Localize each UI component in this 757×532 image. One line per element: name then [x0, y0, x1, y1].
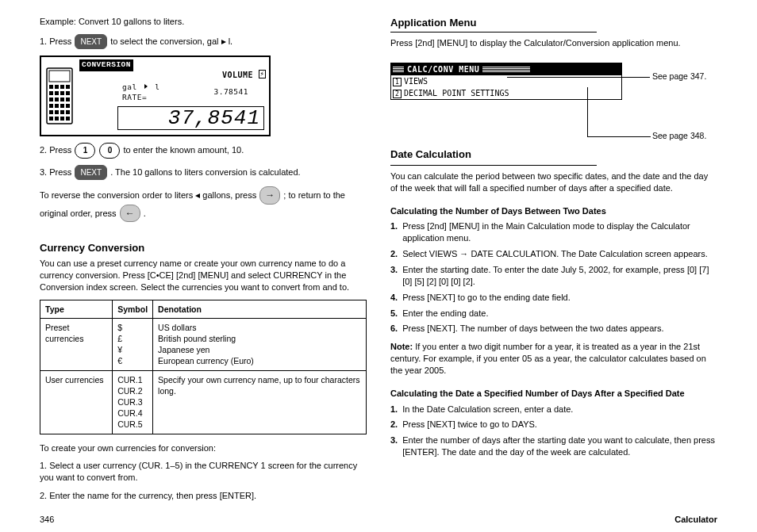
svg-rect-7: [55, 91, 59, 95]
svg-rect-11: [55, 98, 59, 101]
sub-heading: Calculating the Date a Specified Number …: [390, 388, 717, 400]
table-row: Preset currencies: [40, 318, 113, 370]
th-symbol: Symbol: [113, 300, 153, 318]
key-1: 1: [75, 143, 95, 159]
left-column: Example: Convert 10 gallons to liters. 1…: [40, 16, 367, 508]
list-item: Press [NEXT] to go to the ending date fi…: [402, 292, 571, 304]
svg-rect-9: [66, 91, 70, 95]
svg-rect-14: [49, 104, 53, 108]
arrow-left-icon: [195, 193, 200, 198]
note-label: Note:: [390, 342, 415, 351]
example-intro: Example: Convert 10 gallons to liters.: [40, 16, 367, 28]
callout-line: [587, 136, 651, 137]
callout-line: [507, 77, 650, 78]
currency-intro: You can use a preset currency name or cr…: [40, 258, 367, 293]
list-item: Enter the number of days after the start…: [402, 434, 717, 458]
section-title: Calculator: [674, 514, 717, 526]
reverse-note: To reverse the conversion order to liter…: [40, 186, 367, 221]
lcd-screen: CONVERSION VOLUME ⚡ gal l RATE= 3.78541 …: [40, 55, 271, 136]
menu-item-decimal: DECIMAL POINT SETTINGS: [404, 89, 509, 98]
lcd-rate-value: 3.78541: [213, 87, 248, 98]
step-1: 1. Press NEXT to select the conversion, …: [40, 34, 367, 50]
key-left: ←: [120, 205, 140, 222]
list-item: Press [NEXT] twice to go to DAYS.: [402, 419, 537, 431]
arrow-right-icon: [144, 84, 148, 89]
callout-line: [587, 87, 588, 136]
battery-icon: ⚡: [259, 70, 266, 78]
list-item: Press [2nd] [MENU] in the Main Calculati…: [402, 220, 717, 244]
svg-rect-18: [49, 110, 53, 114]
list-item: Enter the starting date. To enter the da…: [402, 264, 717, 288]
svg-rect-13: [66, 98, 70, 101]
lcd-entry: 37,8541: [117, 106, 264, 130]
user-curr-intro: To create your own currencies for conver…: [40, 442, 367, 454]
menu-title: CALC/CONV MENU: [407, 64, 479, 75]
menu-item-views: VIEWS: [404, 77, 428, 86]
currency-table: Type Symbol Denotation Preset currencies…: [40, 300, 367, 434]
svg-rect-4: [60, 85, 64, 89]
svg-rect-22: [49, 117, 53, 121]
svg-rect-8: [60, 91, 64, 95]
svg-rect-21: [66, 110, 70, 114]
th-denotation: Denotation: [153, 300, 367, 318]
page-number: 346: [40, 514, 54, 526]
lcd-category: VOLUME: [222, 70, 253, 81]
svg-rect-17: [66, 104, 70, 108]
callout-2: See page 348.: [652, 131, 706, 141]
svg-rect-20: [60, 110, 64, 114]
date-calc-heading: Date Calculation: [390, 147, 717, 162]
callout-1: See page 347.: [652, 71, 706, 82]
svg-rect-6: [49, 91, 53, 95]
lcd-mode-title: CONVERSION: [79, 59, 133, 71]
svg-rect-16: [60, 104, 64, 108]
svg-rect-3: [55, 85, 59, 89]
date-calc-intro: You can calculate the period between two…: [390, 170, 717, 194]
svg-rect-12: [60, 98, 64, 101]
key-0: 0: [99, 143, 120, 159]
svg-rect-24: [60, 117, 64, 121]
list-item: Select VIEWS → DATE CALCULATION. The Dat…: [402, 248, 708, 260]
svg-rect-19: [55, 110, 59, 114]
table-row: $ £ ¥ €: [113, 318, 153, 370]
table-row: User currencies: [40, 370, 113, 434]
user-step-1: 1. Select a user currency (CUR. 1–5) in …: [40, 460, 367, 484]
table-row: Specify your own currency name, up to fo…: [153, 370, 367, 434]
app-menu-intro: Press [2nd] [MENU] to display the Calcul…: [390, 37, 717, 49]
lcd-conversion: gal l RATE=: [122, 82, 159, 103]
step-3: 3. Press NEXT . The 10 gallons to liters…: [40, 165, 367, 181]
right-column: Application Menu Press [2nd] [MENU] to d…: [390, 16, 717, 508]
th-type: Type: [40, 300, 113, 318]
next-key: NEXT: [75, 165, 107, 181]
step-2: 2. Press 1 0 to enter the known amount, …: [40, 143, 367, 159]
calculator-icon: [41, 57, 78, 135]
svg-rect-2: [49, 85, 53, 89]
next-key: NEXT: [75, 34, 107, 50]
svg-rect-10: [49, 98, 53, 101]
table-row: CUR.1 CUR.2 CUR.3 CUR.4 CUR.5: [113, 370, 153, 434]
table-row: US dollars British pound sterling Japane…: [153, 318, 367, 370]
svg-rect-25: [66, 117, 70, 121]
list-item: Press [NEXT]. The number of days between…: [402, 323, 663, 335]
currency-heading: Currency Conversion: [40, 241, 367, 255]
svg-rect-15: [55, 104, 59, 108]
user-step-2: 2. Enter the name for the currency, then…: [40, 490, 367, 502]
list-item: In the Date Calculation screen, enter a …: [402, 404, 573, 415]
svg-rect-23: [55, 117, 59, 121]
app-menu-heading: Application Menu: [390, 16, 717, 30]
sub-heading: Calculating the Number of Days Between T…: [390, 205, 717, 217]
svg-rect-5: [66, 85, 70, 89]
list-item: Enter the ending date.: [402, 308, 488, 320]
key-right: →: [259, 186, 280, 204]
note-text: If you enter a two digit number for a ye…: [390, 342, 706, 375]
arrow-right-icon: [221, 40, 226, 44]
svg-rect-1: [49, 71, 70, 82]
